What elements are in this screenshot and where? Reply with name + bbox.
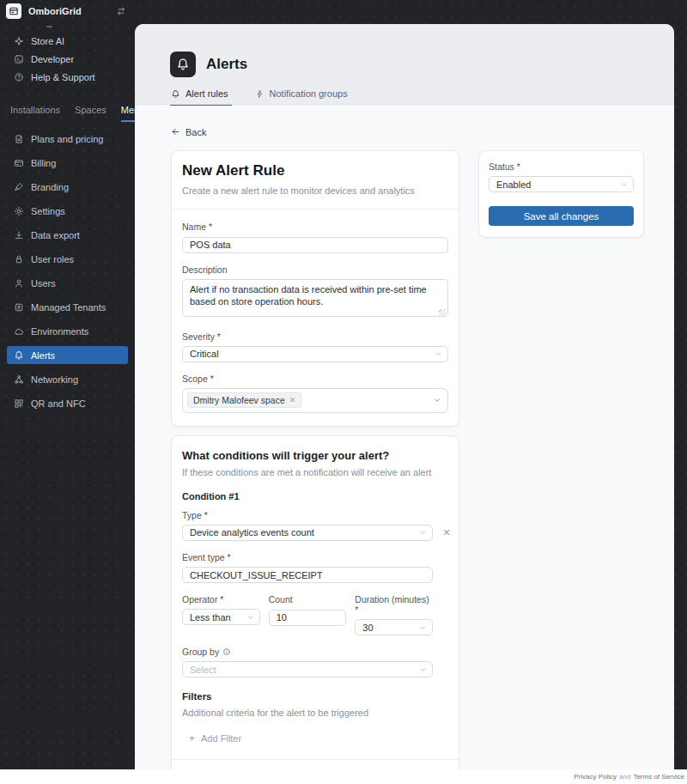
sidebar-item-label: Environments bbox=[31, 326, 88, 337]
chevron-down-icon bbox=[435, 350, 442, 358]
lightning-icon bbox=[255, 89, 264, 99]
terms-of-service-link[interactable]: Terms of Service bbox=[633, 773, 684, 781]
count-input[interactable] bbox=[269, 610, 347, 626]
duration-value: 30 bbox=[362, 623, 373, 633]
operator-label: Operator * bbox=[182, 594, 260, 605]
sidebar-item-branding[interactable]: Branding bbox=[7, 178, 128, 196]
page-header: Alerts Alert rules Notification groups bbox=[135, 24, 674, 105]
qr-code-icon bbox=[14, 398, 24, 409]
brand-logo-icon bbox=[6, 3, 21, 19]
scope-multiselect[interactable]: Dmitry Malofeev space ✕ bbox=[182, 388, 448, 413]
credit-card-icon bbox=[14, 158, 24, 168]
conditions-title: What conditions will trigger your alert? bbox=[182, 449, 448, 462]
remove-tag-icon[interactable]: ✕ bbox=[289, 396, 296, 404]
event-type-label: Event type * bbox=[182, 552, 448, 562]
form-column: New Alert Rule Create a new alert rule t… bbox=[171, 150, 459, 769]
status-column: Status * Enabled Save all changes bbox=[478, 150, 644, 238]
sidebar-menu: Plans and pricing Billing Branding Setti… bbox=[0, 130, 135, 412]
scope-tag: Dmitry Malofeev space ✕ bbox=[187, 392, 301, 408]
chevron-down-icon bbox=[419, 623, 427, 631]
filters-subtitle: Additional criteria for the alert to be … bbox=[182, 708, 448, 718]
bell-icon bbox=[14, 350, 24, 361]
add-filter-button[interactable]: + Add Filter bbox=[189, 732, 241, 744]
sidebar-tabs: Installations Spaces Menu bbox=[0, 96, 135, 122]
group-by-placeholder: Select bbox=[190, 665, 216, 675]
sidebar-item-plans-and-pricing[interactable]: Plans and pricing bbox=[7, 130, 128, 148]
operator-select[interactable]: Less than bbox=[182, 609, 260, 625]
sidebar-item-help-support[interactable]: Help & Support bbox=[0, 69, 135, 86]
count-label: Count bbox=[269, 594, 347, 605]
back-label: Back bbox=[185, 127, 206, 137]
collapse-sidebar-icon[interactable] bbox=[116, 6, 126, 16]
sidebar-item-users[interactable]: Users bbox=[7, 274, 128, 292]
status-select[interactable]: Enabled bbox=[489, 176, 634, 192]
logo-row: OmboriGrid bbox=[0, 0, 135, 22]
duration-label: Duration (minutes) * bbox=[355, 594, 433, 615]
sidebar-item-label: QR and NFC bbox=[31, 398, 86, 409]
sidebar-item-settings[interactable]: Settings bbox=[7, 202, 128, 220]
group-by-select[interactable]: Select bbox=[182, 661, 433, 678]
page-title: Alerts bbox=[206, 56, 247, 73]
sidebar-item-label: Store AI bbox=[31, 36, 64, 46]
type-label: Type * bbox=[182, 510, 448, 520]
name-label: Name * bbox=[182, 222, 448, 232]
sidebar-tab-spaces[interactable]: Spaces bbox=[75, 105, 106, 122]
status-label: Status * bbox=[489, 161, 634, 172]
download-icon bbox=[14, 230, 24, 240]
severity-select[interactable]: Critical bbox=[182, 346, 448, 362]
status-value: Enabled bbox=[496, 179, 531, 190]
event-type-input[interactable] bbox=[182, 567, 433, 583]
tab-notification-groups[interactable]: Notification groups bbox=[254, 88, 351, 106]
condition-number: Condition #1 bbox=[182, 491, 448, 501]
tab-alert-rules[interactable]: Alert rules bbox=[170, 88, 232, 106]
severity-label: Severity * bbox=[182, 331, 448, 342]
group-by-label: Group by bbox=[182, 647, 219, 657]
sidebar-item-data-export[interactable]: Data export bbox=[7, 226, 128, 244]
scope-tag-label: Dmitry Malofeev space bbox=[193, 395, 285, 405]
description-label: Description bbox=[182, 264, 448, 275]
duration-select[interactable]: 30 bbox=[355, 619, 433, 635]
sidebar-item-label: Help & Support bbox=[31, 72, 95, 82]
sidebar-item-developer[interactable]: Developer bbox=[0, 51, 135, 68]
sidebar-item-store-ai[interactable]: Store AI bbox=[0, 33, 135, 50]
add-filter-label: Add Filter bbox=[201, 733, 241, 744]
lock-icon bbox=[14, 254, 24, 264]
document-icon bbox=[14, 134, 24, 144]
sidebar-item-label: Plans and pricing bbox=[31, 134, 103, 144]
plus-icon: + bbox=[189, 732, 195, 744]
tab-label: Notification groups bbox=[270, 88, 348, 99]
remove-condition-icon[interactable]: ✕ bbox=[441, 527, 453, 538]
sidebar-item-label: Developer bbox=[31, 54, 74, 64]
back-link[interactable]: Back bbox=[171, 127, 206, 137]
chevron-down-icon bbox=[620, 180, 628, 188]
scope-label: Scope * bbox=[182, 374, 448, 384]
sidebar-item-label: Alerts bbox=[31, 350, 55, 361]
status-card: Status * Enabled Save all changes bbox=[478, 150, 644, 238]
name-input[interactable] bbox=[182, 237, 448, 253]
sidebar-item-qr-and-nfc[interactable]: QR and NFC bbox=[7, 394, 128, 412]
sidebar-item-user-roles[interactable]: User roles bbox=[7, 250, 128, 268]
sidebar-item-alerts[interactable]: Alerts bbox=[7, 346, 128, 364]
page-content: Back New Alert Rule Create a new alert r… bbox=[135, 105, 674, 769]
sidebar-item-billing[interactable]: Billing bbox=[7, 154, 128, 172]
sidebar-item-label: User roles bbox=[31, 254, 74, 264]
sidebar-tab-installations[interactable]: Installations bbox=[10, 105, 60, 122]
sidebar-item-label: Branding bbox=[31, 182, 69, 192]
help-circle-icon bbox=[14, 72, 24, 82]
paintbrush-icon bbox=[14, 182, 24, 192]
cloud-icon bbox=[14, 326, 24, 337]
conditions-card: What conditions will trigger your alert?… bbox=[171, 435, 459, 770]
chevron-down-icon bbox=[433, 396, 441, 404]
sidebar-item-networking[interactable]: Networking bbox=[7, 370, 128, 388]
sidebar-top-group: Store AI Developer Help & Support bbox=[0, 33, 135, 86]
sidebar-item-managed-tenants[interactable]: Managed Tenants bbox=[7, 298, 128, 316]
description-textarea[interactable]: Alert if no transaction data is received… bbox=[182, 279, 448, 317]
sidebar-item-label: Settings bbox=[31, 206, 65, 216]
condition-type-value: Device analytics events count bbox=[190, 527, 314, 538]
save-all-changes-button[interactable]: Save all changes bbox=[489, 206, 634, 226]
sidebar-item-environments[interactable]: Environments bbox=[7, 322, 128, 340]
privacy-policy-link[interactable]: Privacy Policy bbox=[574, 773, 617, 781]
conditions-subtitle: If these conditions are met a notificati… bbox=[182, 467, 448, 477]
condition-type-select[interactable]: Device analytics events count bbox=[182, 525, 433, 541]
info-icon[interactable] bbox=[222, 647, 231, 656]
